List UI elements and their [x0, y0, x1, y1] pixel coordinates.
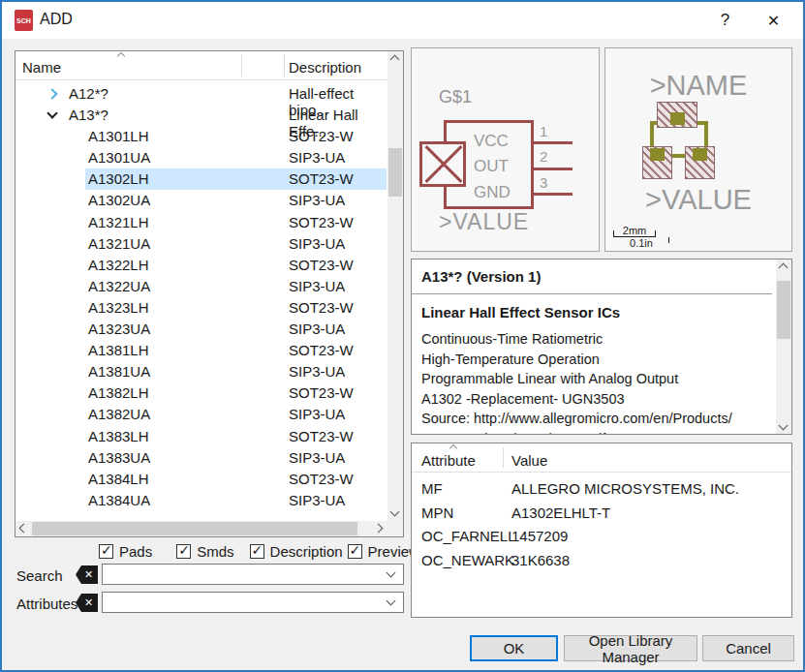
pin-label-gnd: GND [474, 183, 511, 202]
column-divider [503, 447, 504, 468]
tree-row[interactable]: A1321LHSOT23-W [15, 212, 387, 233]
tree-row[interactable]: A1382UASIP3-UA [15, 404, 387, 425]
tree-row[interactable]: A1382LHSOT23-W [15, 382, 387, 404]
description-line: Source: http://www.allegromicro.com/en/P… [421, 409, 775, 429]
description-line: A1302 -Replacement- UGN3503 [421, 389, 775, 410]
tree-item-name: A1384UA [88, 492, 150, 508]
tree-row[interactable]: A1301LHSOT23-W [15, 126, 387, 147]
checkbox-group-preview[interactable]: Preview [348, 543, 419, 560]
scrollbar-corner [387, 520, 403, 536]
tree-item-description: SIP3-UA [289, 321, 345, 337]
tree-row[interactable]: A1321UASIP3-UA [15, 233, 387, 255]
attribute-name: OC_FARNELL [421, 528, 516, 544]
tree-item-name: A13*? [69, 107, 108, 123]
tree-row[interactable]: A1322LHSOT23-W [15, 255, 387, 276]
tree-item-description: SIP3-UA [289, 492, 345, 508]
attribute-value: 31K6638 [511, 552, 570, 568]
tree-item-name: A1383LH [88, 428, 149, 444]
column-header-description[interactable]: Description [289, 59, 361, 76]
tree-item-description: SIP3-UA [289, 278, 345, 294]
checkbox-description[interactable] [250, 544, 264, 559]
search-input[interactable] [102, 564, 404, 585]
checkbox-group-description[interactable]: Description [250, 543, 343, 560]
pad-origin-marker [670, 112, 685, 125]
tree-item-name: A1302LH [88, 170, 149, 187]
scroll-left-icon[interactable] [19, 524, 29, 534]
column-header-value[interactable]: Value [511, 452, 547, 469]
description-lines: Continuous-Time RatiometricHigh-Temperat… [421, 329, 775, 435]
scrollbar-thumb[interactable] [388, 148, 402, 197]
symbol-preview-panel: G$1 VCC OUT GND 1 2 3 >VALUE [411, 47, 600, 252]
tree-row[interactable]: A1302UASIP3-UA [15, 190, 387, 211]
tree-item-description: SOT23-W [289, 299, 354, 316]
attribute-row[interactable]: MFALLEGRO MICROSYSTEMS, INC. [412, 478, 791, 503]
attribute-value: A1302ELHLT-T [511, 504, 610, 521]
checkbox-label: Smds [197, 543, 233, 560]
open-library-manager-button[interactable]: Open Library Manager [564, 635, 697, 661]
tree-item-description: SIP3-UA [289, 235, 345, 252]
help-button[interactable]: ? [703, 2, 747, 39]
tree-item-name: A1383UA [88, 449, 150, 466]
tree-row[interactable]: A13*?Linear Hall Effe... [15, 105, 387, 126]
tree-horizontal-scrollbar[interactable] [15, 521, 387, 536]
collapse-icon[interactable] [46, 107, 57, 118]
attribute-row[interactable]: MPNA1302ELHLT-T [412, 503, 791, 527]
symbol-x-port-icon [419, 141, 466, 187]
attributes-input[interactable] [102, 592, 404, 613]
tree-item-name: A1381UA [88, 363, 150, 380]
chevron-down-icon[interactable] [387, 596, 396, 606]
checkbox-label: Description [270, 543, 343, 560]
tree-item-name: A1302UA [88, 192, 150, 208]
scroll-right-icon[interactable] [374, 524, 384, 534]
tree-row[interactable]: A1302LHSOT23-W [15, 168, 387, 190]
scroll-up-icon[interactable] [390, 55, 400, 65]
attributes-label: Attributes [16, 596, 77, 612]
scrollbar-thumb[interactable] [32, 522, 357, 535]
tree-row[interactable]: A12*?Hall-effect bipo... [15, 83, 387, 105]
clear-search-icon[interactable]: ✕ [76, 565, 98, 584]
sort-ascending-icon [449, 444, 457, 452]
tree-row[interactable]: A1384UASIP3-UA [15, 490, 387, 511]
scroll-up-icon[interactable] [779, 263, 789, 273]
tree-item-description: SOT23-W [289, 471, 354, 487]
description-scrollbar[interactable] [776, 260, 791, 434]
tree-row[interactable]: A1323LHSOT23-W [15, 297, 387, 319]
checkbox-label: Pads [119, 543, 152, 560]
checkbox-preview[interactable] [348, 544, 362, 559]
filter-checkbox-row: PadsSmdsDescriptionPreview [99, 541, 404, 561]
tree-row[interactable]: A1323UASIP3-UA [15, 319, 387, 340]
scroll-down-icon[interactable] [779, 421, 789, 431]
ok-button[interactable]: OK [470, 635, 558, 661]
cancel-button[interactable]: Cancel [702, 635, 794, 661]
close-button[interactable]: ✕ [752, 2, 795, 39]
tree-row[interactable]: A1384LHSOT23-W [15, 469, 387, 490]
gate-name-label: G$1 [439, 87, 472, 107]
tree-row[interactable]: A1381UASIP3-UA [15, 361, 387, 382]
scroll-down-icon[interactable] [390, 507, 400, 517]
pin-wire [534, 168, 573, 170]
tree-row[interactable]: A1322UASIP3-UA [15, 276, 387, 297]
checkbox-pads[interactable] [99, 544, 113, 559]
column-header-name[interactable]: Name [22, 59, 61, 76]
scrollbar-thumb[interactable] [777, 281, 790, 339]
scale-mm-label: 2mm [613, 225, 656, 237]
column-header-attribute[interactable]: Attribute [421, 452, 476, 469]
tree-row[interactable]: A1383LHSOT23-W [15, 426, 387, 447]
tree-row[interactable]: A1381LHSOT23-W [15, 340, 387, 361]
checkbox-group-pads[interactable]: Pads [99, 543, 152, 560]
component-tree-panel: Name Description A12*?Hall-effect bipo..… [15, 50, 404, 537]
tree-row[interactable]: A1301UASIP3-UA [15, 147, 387, 168]
clear-attributes-icon[interactable]: ✕ [76, 594, 98, 612]
checkbox-group-smds[interactable]: Smds [176, 543, 233, 560]
description-line: High-Temperature Operation [421, 350, 775, 370]
tree-row[interactable]: A1383UASIP3-UA [15, 447, 387, 469]
attribute-row[interactable]: OC_NEWARK31K6638 [412, 550, 791, 574]
tree-item-description: SOT23-W [289, 257, 354, 273]
pin-wire [534, 193, 573, 196]
chevron-down-icon[interactable] [387, 568, 396, 578]
tree-vertical-scrollbar[interactable] [387, 51, 403, 520]
attribute-rows: MFALLEGRO MICROSYSTEMS, INC.MPNA1302ELHL… [412, 478, 791, 573]
attribute-row[interactable]: OC_FARNELL1457209 [412, 526, 791, 550]
checkbox-smds[interactable] [176, 544, 191, 559]
expand-icon[interactable] [46, 88, 57, 99]
